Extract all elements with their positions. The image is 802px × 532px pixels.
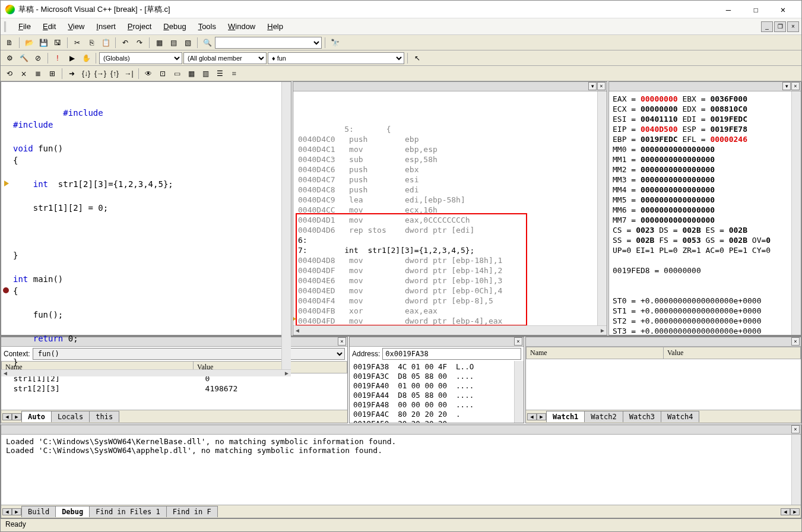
pane-close-icon[interactable]: ×	[791, 82, 800, 90]
tab-next-icon[interactable]: ►	[12, 508, 21, 515]
tab-watch1[interactable]: Watch1	[546, 411, 585, 422]
compile-icon[interactable]: ⚙	[3, 52, 16, 65]
menu-tools[interactable]: Tools	[192, 20, 222, 33]
step-over-icon[interactable]: {→}	[94, 67, 107, 80]
step-out-icon[interactable]: {↑}	[108, 67, 121, 80]
workspace-icon[interactable]: ▦	[153, 36, 166, 49]
tab-prev-icon[interactable]: ◄	[2, 413, 12, 420]
break-all-icon[interactable]: ≣	[31, 67, 45, 80]
wand-icon[interactable]: ↖	[411, 52, 424, 65]
menu-debug[interactable]: Debug	[157, 20, 192, 33]
run-to-cursor-icon[interactable]: →|	[122, 67, 135, 80]
maximize-button[interactable]: ☐	[742, 1, 769, 18]
output-view[interactable]: Loaded 'C:\Windows\SysWOW64\KernelBase.d…	[1, 435, 791, 505]
binoculars-icon[interactable]: 🔭	[328, 36, 341, 49]
breakpoint-icon[interactable]	[3, 287, 9, 293]
asm-vscroll[interactable]	[597, 91, 607, 325]
save-all-icon[interactable]: 🖫	[51, 36, 64, 49]
restart-icon[interactable]: ⟲	[3, 67, 16, 80]
variables-icon[interactable]: ▭	[170, 67, 183, 80]
pane-close-icon[interactable]: ×	[791, 425, 800, 433]
callstack-icon[interactable]: ☰	[213, 67, 226, 80]
tab-auto[interactable]: Auto	[21, 411, 52, 422]
mem-vscroll[interactable]	[514, 361, 524, 423]
menu-window[interactable]: Window	[222, 20, 261, 33]
menu-grip[interactable]	[4, 21, 9, 32]
show-next-icon[interactable]: ➜	[65, 67, 78, 80]
break-icon[interactable]: ✋	[80, 52, 93, 65]
address-input[interactable]	[382, 348, 521, 360]
watch-table[interactable]: NameValue	[526, 347, 801, 410]
memory-icon[interactable]: ▥	[199, 67, 212, 80]
new-file-icon[interactable]: 🗎	[3, 36, 16, 49]
tab-prev-icon[interactable]: ◄	[2, 508, 12, 515]
apply-icon[interactable]: ⊞	[46, 67, 59, 80]
source-editor[interactable]: #include #include void fun() { int str1[…	[1, 82, 281, 369]
tab-locals[interactable]: Locals	[51, 411, 90, 422]
menu-help[interactable]: Help	[261, 20, 289, 33]
scope-combo[interactable]: (Globals)	[99, 52, 182, 64]
tab-build[interactable]: Build	[21, 506, 56, 517]
execute-icon[interactable]: !	[51, 52, 64, 65]
reg-vscroll[interactable]	[791, 91, 801, 335]
copy-icon[interactable]: ⎘	[85, 36, 98, 49]
tab-watch4[interactable]: Watch4	[661, 411, 699, 422]
stop-debug-icon[interactable]: ⨯	[17, 67, 30, 80]
tile-icon[interactable]: ▤	[167, 36, 180, 49]
pane-close-icon[interactable]: ×	[791, 337, 800, 346]
mdi-restore[interactable]: ❐	[774, 21, 786, 32]
menu-file[interactable]: File	[12, 20, 37, 33]
mdi-minimize[interactable]: _	[761, 21, 773, 32]
mdi-close[interactable]: ×	[787, 21, 799, 32]
minimize-button[interactable]: —	[715, 1, 742, 18]
tab-find-in-files-1[interactable]: Find in Files 1	[89, 506, 166, 517]
quickwatch-icon[interactable]: 👁	[142, 67, 155, 80]
menu-project[interactable]: Project	[122, 20, 157, 33]
step-into-icon[interactable]: {↓}	[80, 67, 93, 80]
titlebar[interactable]: 草稿 - Microsoft Visual C++ [break] - [草稿.…	[1, 1, 801, 18]
stop-build-icon[interactable]: ⊘	[31, 52, 45, 65]
find-icon[interactable]: 🔍	[201, 36, 214, 49]
pane-min-icon[interactable]: ▾	[782, 82, 791, 90]
undo-icon[interactable]: ↶	[119, 36, 132, 49]
tab-find-in-f[interactable]: Find in F	[166, 506, 218, 517]
open-icon[interactable]: 📂	[23, 36, 36, 49]
memory-view[interactable]: 0019FA38 4C 01 00 4F L..O 0019FA3C D8 05…	[350, 361, 514, 423]
tab-watch2[interactable]: Watch2	[584, 411, 623, 422]
build-icon[interactable]: 🔨	[17, 52, 30, 65]
registers-view[interactable]: EAX = 00000000 EBX = 0036F000 ECX = 0000…	[609, 91, 791, 335]
cascade-icon[interactable]: ▧	[181, 36, 194, 49]
disasm-icon[interactable]: ⌗	[227, 67, 240, 80]
disassembly-view[interactable]: 5: { 0040D4C0 push ebp 0040D4C1 mov ebp,…	[293, 91, 597, 325]
watch-icon[interactable]: ⊡	[156, 67, 169, 80]
find-combo[interactable]	[215, 37, 322, 49]
function-combo[interactable]: ♦ fun	[268, 52, 404, 64]
go-icon[interactable]: ▶	[65, 52, 78, 65]
close-button[interactable]: ✕	[769, 1, 797, 18]
menu-view[interactable]: View	[62, 20, 90, 33]
cut-icon[interactable]: ✂	[71, 36, 84, 49]
tab-prev-icon[interactable]: ◄	[527, 413, 537, 420]
scroll-right-icon[interactable]: ►	[790, 508, 800, 515]
pane-close-icon[interactable]: ×	[514, 337, 522, 346]
tab-watch3[interactable]: Watch3	[623, 411, 661, 422]
tab-this[interactable]: this	[89, 411, 119, 422]
pane-min-icon[interactable]: ▾	[588, 82, 597, 90]
tab-debug[interactable]: Debug	[55, 506, 90, 517]
out-vscroll[interactable]	[791, 435, 801, 505]
save-icon[interactable]: 💾	[37, 36, 50, 49]
scroll-left-icon[interactable]: ◄	[781, 508, 790, 515]
tab-next-icon[interactable]: ►	[12, 413, 21, 420]
menu-edit[interactable]: Edit	[37, 20, 62, 33]
pane-close-icon[interactable]: ×	[597, 82, 606, 90]
asm-hscroll[interactable]: ◄►	[293, 325, 607, 335]
vscrollbar[interactable]	[281, 82, 291, 369]
pane-close-icon[interactable]: ×	[338, 337, 346, 346]
redo-icon[interactable]: ↷	[133, 36, 146, 49]
menu-insert[interactable]: Insert	[90, 20, 122, 33]
registers-icon[interactable]: ▦	[185, 67, 198, 80]
hscrollbar[interactable]: ◄►	[1, 369, 291, 376]
paste-icon[interactable]: 📋	[99, 36, 112, 49]
tab-next-icon[interactable]: ►	[537, 413, 546, 420]
members-combo[interactable]: (All global member	[183, 52, 267, 64]
